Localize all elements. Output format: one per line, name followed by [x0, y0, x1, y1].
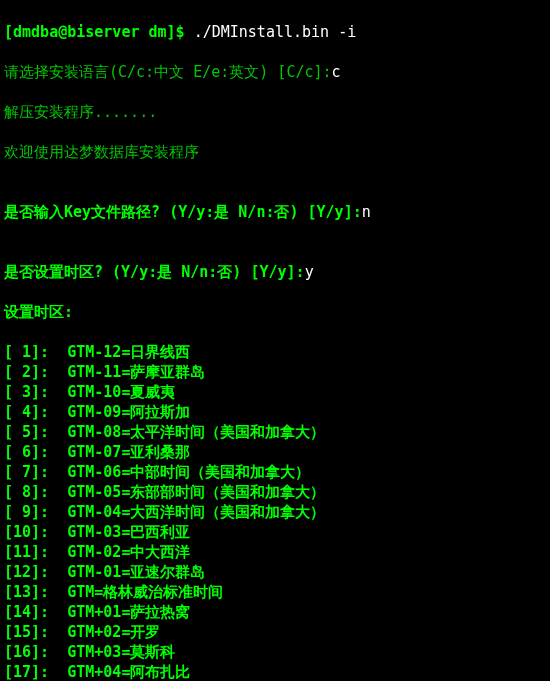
- timezone-list: [ 1]: GTM-12=日界线西[ 2]: GTM-11=萨摩亚群岛[ 3]:…: [4, 342, 546, 681]
- timezone-item: [ 8]: GTM-05=东部部时间（美国和加拿大）: [4, 482, 546, 502]
- timezone-item: [17]: GTM+04=阿布扎比: [4, 662, 546, 681]
- timezone-index: [ 2]:: [4, 363, 67, 381]
- lang-select-prompt: 请选择安装语言(C/c:中文 E/e:英文) [C/c]:: [4, 63, 332, 81]
- timezone-label: GTM-07=亚利桑那: [67, 443, 190, 461]
- timezone-index: [ 6]:: [4, 443, 67, 461]
- timezone-item: [ 7]: GTM-06=中部时间（美国和加拿大）: [4, 462, 546, 482]
- timezone-item: [ 4]: GTM-09=阿拉斯加: [4, 402, 546, 422]
- key-input: n: [362, 203, 371, 221]
- key-prompt: 是否输入Key文件路径? (Y/y:是 N/n:否) [Y/y]:: [4, 203, 362, 221]
- timezone-item: [16]: GTM+03=莫斯科: [4, 642, 546, 662]
- timezone-item: [12]: GTM-01=亚速尔群岛: [4, 562, 546, 582]
- key-prompt-line: 是否输入Key文件路径? (Y/y:是 N/n:否) [Y/y]:n: [4, 202, 546, 222]
- timezone-item: [ 5]: GTM-08=太平洋时间（美国和加拿大）: [4, 422, 546, 442]
- shell-prompt-line: [dmdba@biserver dm]$ ./DMInstall.bin -i: [4, 22, 546, 42]
- timezone-index: [ 8]:: [4, 483, 67, 501]
- timezone-item: [15]: GTM+02=开罗: [4, 622, 546, 642]
- timezone-index: [12]:: [4, 563, 67, 581]
- timezone-label: GTM-04=大西洋时间（美国和加拿大）: [67, 503, 325, 521]
- timezone-label: GTM-01=亚速尔群岛: [67, 563, 205, 581]
- timezone-item: [ 2]: GTM-11=萨摩亚群岛: [4, 362, 546, 382]
- timezone-label: GTM-06=中部时间（美国和加拿大）: [67, 463, 310, 481]
- extracting-line: 解压安装程序.......: [4, 102, 546, 122]
- timezone-item: [ 1]: GTM-12=日界线西: [4, 342, 546, 362]
- timezone-index: [ 7]:: [4, 463, 67, 481]
- tz-input: y: [305, 263, 314, 281]
- timezone-item: [10]: GTM-03=巴西利亚: [4, 522, 546, 542]
- terminal-window[interactable]: [dmdba@biserver dm]$ ./DMInstall.bin -i …: [0, 0, 550, 681]
- lang-input: c: [332, 63, 341, 81]
- timezone-index: [ 1]:: [4, 343, 67, 361]
- timezone-label: GTM-05=东部部时间（美国和加拿大）: [67, 483, 325, 501]
- lang-select-line: 请选择安装语言(C/c:中文 E/e:英文) [C/c]:c: [4, 62, 546, 82]
- timezone-index: [ 3]:: [4, 383, 67, 401]
- timezone-label: GTM-02=中大西洋: [67, 543, 190, 561]
- timezone-label: GTM+04=阿布扎比: [67, 663, 190, 681]
- timezone-label: GTM+01=萨拉热窝: [67, 603, 190, 621]
- timezone-index: [16]:: [4, 643, 67, 661]
- timezone-label: GTM=格林威治标准时间: [67, 583, 223, 601]
- timezone-index: [10]:: [4, 523, 67, 541]
- timezone-item: [ 3]: GTM-10=夏威夷: [4, 382, 546, 402]
- tz-prompt-line: 是否设置时区? (Y/y:是 N/n:否) [Y/y]:y: [4, 262, 546, 282]
- timezone-index: [ 5]:: [4, 423, 67, 441]
- timezone-index: [11]:: [4, 543, 67, 561]
- shell-prompt: [dmdba@biserver dm]$: [4, 23, 194, 41]
- timezone-index: [ 9]:: [4, 503, 67, 521]
- timezone-index: [15]:: [4, 623, 67, 641]
- timezone-label: GTM+03=莫斯科: [67, 643, 175, 661]
- timezone-label: GTM+02=开罗: [67, 623, 160, 641]
- timezone-index: [17]:: [4, 663, 67, 681]
- timezone-item: [ 6]: GTM-07=亚利桑那: [4, 442, 546, 462]
- timezone-item: [13]: GTM=格林威治标准时间: [4, 582, 546, 602]
- timezone-index: [ 4]:: [4, 403, 67, 421]
- timezone-item: [14]: GTM+01=萨拉热窝: [4, 602, 546, 622]
- timezone-item: [11]: GTM-02=中大西洋: [4, 542, 546, 562]
- timezone-item: [ 9]: GTM-04=大西洋时间（美国和加拿大）: [4, 502, 546, 522]
- command-text: ./DMInstall.bin -i: [194, 23, 357, 41]
- timezone-label: GTM-09=阿拉斯加: [67, 403, 190, 421]
- timezone-index: [14]:: [4, 603, 67, 621]
- timezone-label: GTM-11=萨摩亚群岛: [67, 363, 205, 381]
- timezone-label: GTM-03=巴西利亚: [67, 523, 190, 541]
- welcome-line: 欢迎使用达梦数据库安装程序: [4, 142, 546, 162]
- timezone-label: GTM-08=太平洋时间（美国和加拿大）: [67, 423, 325, 441]
- timezone-label: GTM-12=日界线西: [67, 343, 190, 361]
- tz-prompt: 是否设置时区? (Y/y:是 N/n:否) [Y/y]:: [4, 263, 305, 281]
- tz-header: 设置时区:: [4, 302, 546, 322]
- timezone-index: [13]:: [4, 583, 67, 601]
- timezone-label: GTM-10=夏威夷: [67, 383, 175, 401]
